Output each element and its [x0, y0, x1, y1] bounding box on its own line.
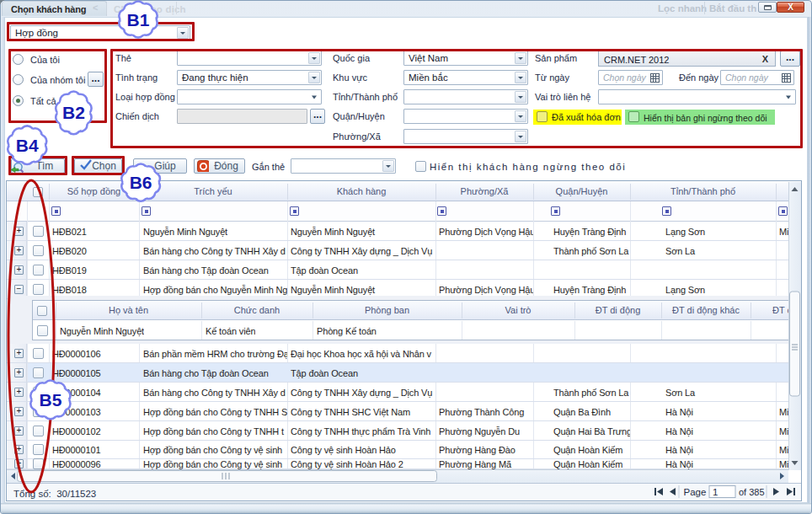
svg-text:B6: B6 [130, 173, 152, 192]
svg-text:B1: B1 [127, 10, 150, 29]
svg-text:B4: B4 [16, 136, 39, 155]
svg-text:1: 1 [713, 487, 718, 497]
svg-text:Page: Page [684, 487, 707, 497]
svg-text:B2: B2 [62, 103, 85, 122]
svg-text:of 385: of 385 [739, 487, 765, 497]
svg-text:B5: B5 [39, 390, 61, 410]
